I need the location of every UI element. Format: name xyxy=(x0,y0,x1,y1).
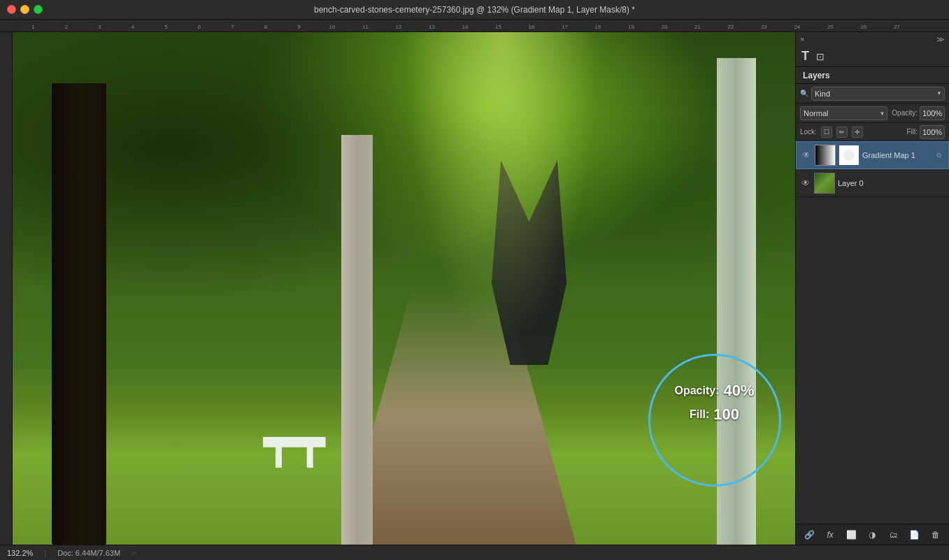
panel-close-button[interactable]: × xyxy=(800,35,804,43)
lock-position-icon[interactable]: ✛ xyxy=(852,127,863,138)
layer-name: Gradient Map 1 xyxy=(862,151,932,159)
status-bar: 132.2% | Doc: 6.44M/7.63M > xyxy=(0,545,949,560)
opacity-section: Opacity: 100% xyxy=(892,106,945,120)
lock-transparent-icon[interactable]: ☐ xyxy=(821,127,832,138)
link-layers-button[interactable]: 🔗 xyxy=(802,528,816,542)
blend-mode-wrapper: Normal Dissolve Multiply Screen Overlay … xyxy=(800,106,887,120)
layer-list: 👁 Gradient Map 1 ⊙ 👁 xyxy=(796,141,949,524)
layers-panel-body: Layers 🔍 Kind ▼ Normal Dissolve xyxy=(796,67,949,545)
panel-controls: × ≫ xyxy=(796,32,949,46)
blend-mode-select[interactable]: Normal Dissolve Multiply Screen Overlay xyxy=(800,106,887,120)
window-title: bench-carved-stones-cemetery-257360.jpg … xyxy=(314,5,635,15)
scene-light-shaft xyxy=(404,32,600,340)
delete-layer-button[interactable]: 🗑 xyxy=(929,528,943,542)
panel-expand-button[interactable]: ≫ xyxy=(936,35,945,44)
opacity-value[interactable]: 100% xyxy=(920,106,945,120)
maximize-button[interactable] xyxy=(34,5,43,14)
adjustment-layer-button[interactable]: ◑ xyxy=(865,528,879,542)
canvas-area[interactable]: Opacity: 40% Fill: 100 xyxy=(13,32,795,545)
ruler-left xyxy=(0,32,13,545)
ruler-top: 1 2 3 4 5 6 7 8 9 10 11 12 13 14 15 16 1… xyxy=(0,20,949,32)
filter-row: 🔍 Kind ▼ xyxy=(796,84,949,103)
layer-name: Layer 0 xyxy=(838,179,945,187)
transform-tool-icon[interactable]: ⊡ xyxy=(816,51,825,62)
status-arrow: > xyxy=(131,549,136,557)
fill-label: Fill: xyxy=(906,128,918,136)
lock-label: Lock: xyxy=(800,128,817,136)
fill-section: Fill: 100% xyxy=(906,125,945,139)
new-group-button[interactable]: 🗂 xyxy=(887,528,901,542)
status-separator: | xyxy=(44,549,46,557)
layer-thumbnail xyxy=(815,145,836,166)
layers-panel: × ≫ T ⊡ Layers 🔍 Kind ▼ xyxy=(795,32,949,545)
add-mask-button[interactable]: ⬜ xyxy=(844,528,858,542)
search-icon: 🔍 xyxy=(800,89,808,97)
layer-type-icon: ⊙ xyxy=(934,150,944,160)
text-tool-icon[interactable]: T xyxy=(801,49,809,64)
zoom-level: 132.2% xyxy=(7,549,33,557)
add-fx-button[interactable]: fx xyxy=(823,528,837,542)
close-button[interactable] xyxy=(7,5,16,14)
opacity-label: Opacity: xyxy=(892,109,918,117)
window-controls[interactable] xyxy=(0,5,43,14)
layer-visibility-toggle[interactable]: 👁 xyxy=(801,150,812,161)
scene-trunk-left xyxy=(52,83,106,545)
kind-select[interactable]: Kind xyxy=(811,87,945,101)
panel-tools-row: T ⊡ xyxy=(796,46,949,67)
layers-header: Layers xyxy=(796,67,949,84)
scene-trunk-mid xyxy=(341,135,373,545)
doc-info: Doc: 6.44M/7.63M xyxy=(57,549,120,557)
kind-select-wrapper: Kind ▼ xyxy=(811,87,945,101)
layers-title: Layers xyxy=(803,71,830,80)
layers-bottom-toolbar: 🔗 fx ⬜ ◑ 🗂 📄 🗑 xyxy=(796,524,949,545)
new-layer-button[interactable]: 📄 xyxy=(908,528,922,542)
scene-trunk-right xyxy=(717,58,756,545)
layer-mask-thumbnail xyxy=(839,145,859,166)
layer-row[interactable]: 👁 Layer 0 xyxy=(796,169,949,197)
layer-visibility-toggle[interactable]: 👁 xyxy=(800,178,811,189)
fill-value[interactable]: 100% xyxy=(920,125,945,139)
title-bar: bench-carved-stones-cemetery-257360.jpg … xyxy=(0,0,949,20)
lock-image-icon[interactable]: ✏ xyxy=(836,127,848,138)
layer-row[interactable]: 👁 Gradient Map 1 ⊙ xyxy=(796,141,949,169)
layer-thumbnail xyxy=(814,173,835,194)
layer-icons: ⊙ xyxy=(934,150,944,160)
minimize-button[interactable] xyxy=(20,5,29,14)
blend-opacity-row: Normal Dissolve Multiply Screen Overlay … xyxy=(796,103,949,123)
svg-point-1 xyxy=(843,150,855,161)
lock-row: Lock: ☐ ✏ ✛ Fill: 100% xyxy=(796,123,949,141)
